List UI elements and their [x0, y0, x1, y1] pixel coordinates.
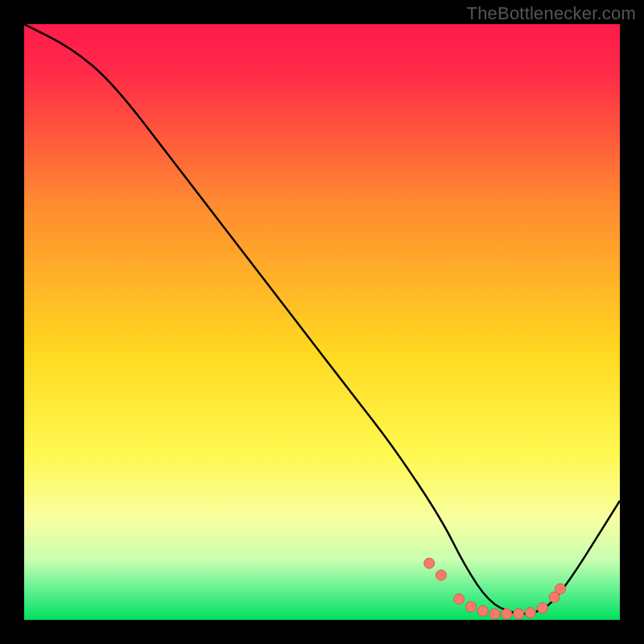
marker-dot	[466, 601, 477, 612]
marker-dot	[424, 558, 435, 568]
marker-dot	[489, 609, 500, 619]
chart-frame: TheBottlenecker.com	[0, 0, 644, 644]
gradient-background	[24, 24, 620, 620]
marker-dot	[477, 605, 488, 616]
marker-dot	[555, 584, 566, 594]
marker-dot	[537, 603, 547, 613]
watermark-text: TheBottlenecker.com	[467, 3, 636, 24]
bottleneck-chart	[24, 24, 620, 620]
marker-dot	[502, 609, 512, 619]
marker-dot	[514, 609, 524, 619]
marker-dot	[526, 608, 536, 618]
marker-dot	[454, 594, 464, 605]
marker-dot	[436, 570, 447, 580]
